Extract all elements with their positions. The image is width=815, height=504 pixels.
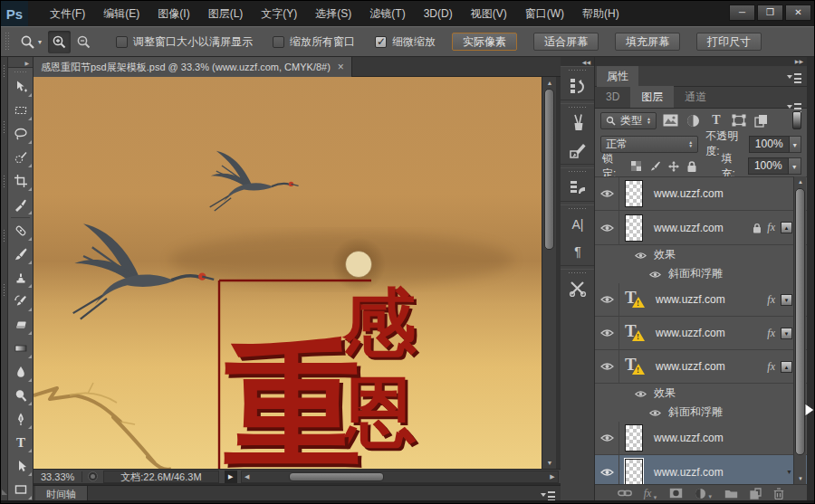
h-scroll-thumb[interactable] <box>289 472 384 481</box>
paragraph-panel-button[interactable]: ¶ <box>561 238 595 265</box>
expand-panels-icon[interactable]: ◀◀ <box>561 57 594 66</box>
dodge-tool[interactable] <box>8 384 34 407</box>
brush-tool[interactable] <box>8 242 34 266</box>
layer-row-7-selected[interactable]: www.uzzf.com ▼ <box>595 455 807 484</box>
maximize-button[interactable]: ❐ <box>757 5 783 21</box>
menu-file[interactable]: 文件(F) <box>41 1 94 26</box>
eye-cell[interactable] <box>595 211 619 244</box>
effects-subrow[interactable]: 效果 <box>595 384 807 403</box>
fx-badge[interactable]: fx <box>767 327 775 340</box>
fill-caret-icon[interactable]: ▼ <box>789 157 801 175</box>
layer-name[interactable]: www.uzzf.com <box>654 466 724 479</box>
rectangle-tool[interactable] <box>8 478 34 501</box>
layer-name[interactable]: www.uzzf.com <box>656 293 725 306</box>
eraser-tool[interactable] <box>8 313 34 337</box>
filter-on-off-toggle[interactable] <box>792 111 801 129</box>
filter-pixel-icon[interactable] <box>663 112 679 128</box>
crop-tool[interactable] <box>8 169 34 193</box>
scroll-left-icon[interactable]: ◀ <box>242 471 253 482</box>
filter-shape-icon[interactable] <box>731 112 747 128</box>
blur-tool[interactable] <box>8 360 34 384</box>
tab-layers[interactable]: 图层 <box>630 86 674 108</box>
text-layer-thumbnail[interactable]: T <box>623 321 645 345</box>
eye-cell[interactable] <box>595 455 619 484</box>
lock-all-icon[interactable] <box>686 160 697 173</box>
link-layers-button[interactable] <box>618 489 632 498</box>
collapse-panels-icon[interactable]: ▶▶ <box>595 57 807 66</box>
history-panel-button[interactable] <box>561 72 595 100</box>
document-tab[interactable]: 感恩重阳节psd展架模板.psd @ 33.3% (www.uzzf.com, … <box>34 57 352 77</box>
menu-edit[interactable]: 编辑(E) <box>94 1 149 26</box>
fit-screen-button[interactable]: 适合屏幕 <box>533 33 599 51</box>
resize-window-checkbox[interactable]: 调整窗口大小以满屏显示 <box>116 34 253 50</box>
eye-cell[interactable] <box>595 422 619 454</box>
menu-3d[interactable]: 3D(D) <box>415 1 462 26</box>
canvas-vertical-scrollbar[interactable]: ▲ ▼ <box>542 77 556 469</box>
layer-row-1[interactable]: www.uzzf.com <box>595 177 807 211</box>
layer-thumbnail[interactable] <box>625 214 643 242</box>
new-group-button[interactable] <box>724 489 738 499</box>
layer-row-3[interactable]: T www.uzzf.com fx ▼ <box>595 283 807 317</box>
filter-type-dropdown[interactable]: 类型 ▲▼ <box>600 112 657 129</box>
bevel-emboss-subrow[interactable]: 斜面和浮雕 <box>595 264 807 283</box>
tab-properties[interactable]: 属性 <box>597 66 638 87</box>
status-play-icon[interactable]: ▶ <box>225 471 237 483</box>
print-size-button[interactable]: 打印尺寸 <box>696 33 762 51</box>
fill-screen-button[interactable]: 填充屏幕 <box>615 33 680 51</box>
type-tool[interactable]: T <box>8 431 34 454</box>
canvas-horizontal-scrollbar[interactable]: ◀ ▶ <box>241 471 559 483</box>
toolbar-grip[interactable] <box>8 68 33 75</box>
tab-channels[interactable]: 通道 <box>674 86 717 108</box>
layer-row-2[interactable]: www.uzzf.com fx ▲ <box>595 211 807 245</box>
panel-menu-icon[interactable] <box>541 490 555 499</box>
fill-value[interactable]: 100% <box>748 157 789 175</box>
status-clock-icon[interactable] <box>88 471 98 481</box>
scroll-up-icon[interactable]: ▲ <box>542 77 557 89</box>
collapse-effects-icon[interactable]: ▲ <box>781 222 792 233</box>
layer-style-button[interactable]: fx▼ <box>644 487 658 500</box>
layer-name[interactable]: www.uzzf.com <box>656 360 725 373</box>
tab-3d[interactable]: 3D <box>595 86 630 108</box>
effects-eye-icon[interactable] <box>649 266 661 282</box>
scroll-down-icon[interactable]: ▼ <box>542 457 557 469</box>
layer-name[interactable]: www.uzzf.com <box>654 432 724 444</box>
text-layer-thumbnail[interactable]: T <box>623 355 645 378</box>
filter-smart-object-icon[interactable] <box>753 112 770 128</box>
layer-row-6[interactable]: www.uzzf.com <box>595 422 807 455</box>
toolbar-collapse-icon[interactable]: ▶ <box>8 57 33 68</box>
zoom-in-button[interactable] <box>48 31 71 53</box>
text-layer-thumbnail[interactable]: T <box>623 288 645 311</box>
gradient-tool[interactable] <box>8 337 34 360</box>
brush-panel-button[interactable] <box>561 109 595 137</box>
menu-help[interactable]: 帮助(H) <box>573 1 628 26</box>
fx-badge[interactable]: fx <box>767 293 775 307</box>
spot-healing-tool[interactable] <box>8 219 34 242</box>
canvas[interactable]: 感 感 恩 恩 重 重 <box>34 77 542 469</box>
layer-name[interactable]: www.uzzf.com <box>654 222 724 234</box>
effects-eye-icon[interactable] <box>635 385 647 402</box>
menu-window[interactable]: 窗口(W) <box>516 1 573 26</box>
marquee-tool[interactable] <box>8 99 34 122</box>
menu-image[interactable]: 图像(I) <box>149 1 198 26</box>
strip-grip[interactable] <box>561 66 594 72</box>
effects-label[interactable]: 效果 <box>654 385 676 401</box>
history-brush-tool[interactable] <box>8 290 34 313</box>
fx-badge[interactable]: fx <box>767 221 775 234</box>
panel-menu-icon[interactable] <box>787 72 801 81</box>
menu-filter[interactable]: 滤镜(T) <box>360 1 414 26</box>
strip-grip[interactable] <box>561 269 594 275</box>
lock-pixels-icon[interactable] <box>648 160 661 173</box>
effects-eye-icon[interactable] <box>649 404 661 421</box>
resize-grip[interactable] <box>2 490 7 495</box>
bevel-emboss-label[interactable]: 斜面和浮雕 <box>668 404 723 420</box>
scrubby-zoom-checkbox[interactable]: 细微缩放 <box>375 34 436 50</box>
effects-subrow[interactable]: 效果 <box>595 245 807 264</box>
filter-type-layer-icon[interactable]: T <box>708 112 724 128</box>
scroll-right-icon[interactable]: ▶ <box>547 471 558 482</box>
opacity-caret-icon[interactable]: ▼ <box>790 136 801 153</box>
menu-view[interactable]: 视图(V) <box>462 1 516 26</box>
document-size-info[interactable]: 文档:22.6M/46.3M <box>103 471 218 483</box>
expand-effects-icon[interactable]: ▼ <box>781 294 792 306</box>
layer-thumbnail[interactable] <box>625 424 643 452</box>
layer-name[interactable]: www.uzzf.com <box>654 187 724 200</box>
